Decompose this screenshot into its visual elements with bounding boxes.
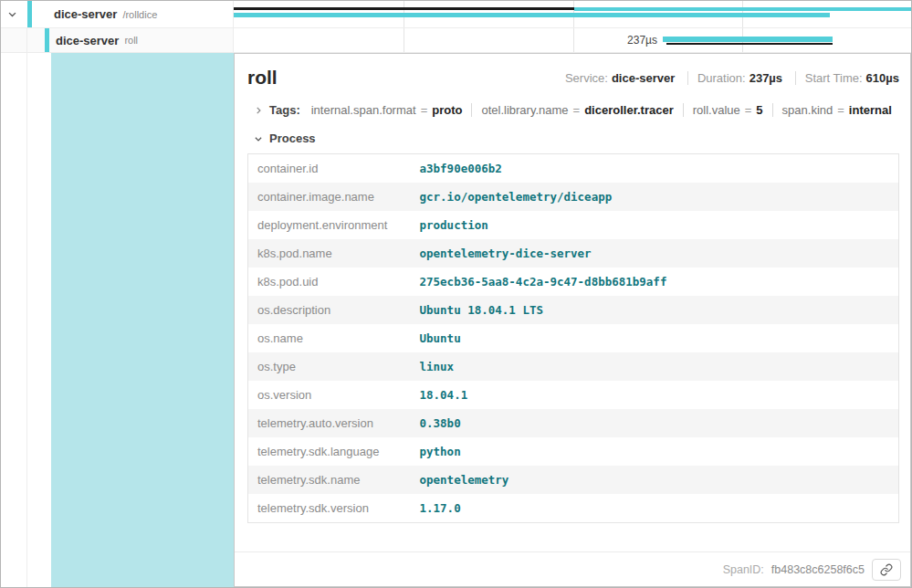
tag-key: roll.value <box>693 103 740 117</box>
process-accordion[interactable]: Process <box>247 131 899 145</box>
process-key: os.name <box>248 324 411 352</box>
operation-name: roll <box>124 35 138 46</box>
summary-item: Start Time:610µs <box>795 71 899 85</box>
summary-value: 610µs <box>866 71 899 85</box>
link-icon <box>880 563 893 576</box>
span-name-cell: dice-server /rolldice <box>1 1 234 27</box>
tags-list: internal.span.format=proto otel.library.… <box>302 103 901 117</box>
process-table-row: os.type linux <box>248 352 899 381</box>
span-bar-rolldice[interactable] <box>234 13 830 17</box>
process-value: Ubuntu 18.04.1 LTS <box>411 296 899 324</box>
process-value: production <box>411 211 899 239</box>
detail-footer: SpanID: fb483c8c6258f6c5 <box>235 551 910 586</box>
tag-equals: = <box>421 103 428 117</box>
span-title: roll <box>247 67 278 89</box>
process-key: os.description <box>248 296 411 324</box>
chevron-down-icon[interactable] <box>7 9 17 19</box>
tag-value: 5 <box>756 103 762 117</box>
tag-value: internal <box>849 103 892 117</box>
process-table-row: container.id a3bf90e006b2 <box>248 154 899 184</box>
process-value: opentelemetry <box>411 466 899 494</box>
summary-item: Service:dice-server <box>565 71 675 85</box>
process-key: k8s.pod.name <box>248 239 411 268</box>
tag-item: span.kind=internal <box>772 103 901 117</box>
span-row-roll[interactable]: dice-server roll 237µs <box>1 28 911 53</box>
tag-value: proto <box>432 103 462 117</box>
process-table-row: telemetry.auto.version 0.38b0 <box>248 409 899 437</box>
service-color-bar <box>45 28 49 52</box>
service-color-bar <box>27 1 32 27</box>
indent-guide <box>26 28 27 587</box>
summary-value: dice-server <box>612 71 675 85</box>
span-bar-underline <box>666 43 833 45</box>
process-value: 1.17.0 <box>411 494 899 523</box>
minimap-dark-bar <box>234 7 574 10</box>
summary-label: Duration: <box>697 71 746 85</box>
tag-equals: = <box>745 103 752 117</box>
process-value: opentelemetry-dice-server <box>411 239 899 268</box>
summary-value: 237µs <box>750 71 782 85</box>
process-value: 18.04.1 <box>411 381 899 409</box>
span-bars-cell <box>234 1 912 27</box>
process-key: telemetry.sdk.language <box>248 437 411 466</box>
spanid-value: fb483c8c6258f6c5 <box>771 563 865 576</box>
process-table-row: os.name Ubuntu <box>248 324 899 352</box>
process-table-row: k8s.pod.uid 275ecb36-5aa8-4c2a-9c47-d8bb… <box>248 268 899 296</box>
copy-link-button[interactable] <box>872 559 901 581</box>
process-label: Process <box>269 131 316 145</box>
process-table-row: deployment.environment production <box>248 211 899 239</box>
process-value: 0.38b0 <box>411 409 899 437</box>
process-key: telemetry.sdk.name <box>248 466 411 494</box>
process-table-row: container.image.name gcr.io/opentelemetr… <box>248 183 899 211</box>
tag-value: diceroller.tracer <box>584 103 674 117</box>
tag-key: span.kind <box>782 103 833 117</box>
process-key: telemetry.sdk.version <box>248 494 411 523</box>
process-key: deployment.environment <box>248 211 411 239</box>
span-row-rolldice[interactable]: dice-server /rolldice <box>1 1 911 28</box>
process-table-row: os.description Ubuntu 18.04.1 LTS <box>248 296 899 324</box>
process-table-row: telemetry.sdk.language python <box>248 437 899 466</box>
tag-equals: = <box>573 103 581 117</box>
process-key: container.image.name <box>248 183 411 211</box>
tag-equals: = <box>837 103 844 117</box>
tags-label: Tags: <box>269 103 300 117</box>
operation-name: /rolldice <box>122 9 157 20</box>
process-key: telemetry.auto.version <box>248 409 411 437</box>
span-name-cell: dice-server roll <box>1 28 234 52</box>
process-value: python <box>411 437 899 466</box>
process-key: container.id <box>248 154 411 184</box>
service-name: dice-server <box>56 34 119 47</box>
tag-key: internal.span.format <box>311 103 416 117</box>
process-table-body: container.id a3bf90e006b2 container.imag… <box>248 154 899 523</box>
process-key: k8s.pod.uid <box>248 268 411 296</box>
process-table: container.id a3bf90e006b2 container.imag… <box>247 153 899 523</box>
process-value: linux <box>411 352 899 381</box>
chevron-down-icon <box>254 134 263 143</box>
process-table-row: os.version 18.04.1 <box>248 381 899 409</box>
process-key: os.version <box>248 381 411 409</box>
span-detail-panel: roll Service:dice-server Duration:237µs … <box>234 53 911 587</box>
tag-item: otel.library.name=diceroller.tracer <box>471 103 682 117</box>
tags-accordion[interactable]: Tags: internal.span.format=proto otel.li… <box>247 103 899 117</box>
summary-item: Duration:237µs <box>687 71 782 85</box>
process-value: gcr.io/opentelemetry/diceapp <box>411 183 899 211</box>
minimap-teal-bar <box>574 7 912 11</box>
detail-header: roll Service:dice-server Duration:237µs … <box>235 54 910 89</box>
span-bar-roll[interactable] <box>663 37 833 42</box>
tag-key: otel.library.name <box>481 103 568 117</box>
chevron-right-icon <box>254 106 263 115</box>
process-value: a3bf90e006b2 <box>411 154 899 184</box>
process-table-row: telemetry.sdk.version 1.17.0 <box>248 494 899 523</box>
process-value: 275ecb36-5aa8-4c2a-9c47-d8bb681b9aff <box>411 268 899 296</box>
service-name: dice-server <box>54 7 117 21</box>
process-value: Ubuntu <box>411 324 899 352</box>
summary-label: Service: <box>565 71 608 85</box>
summary-label: Start Time: <box>805 71 863 85</box>
jaeger-trace-timeline-view: dice-server /rolldice dice-server roll 2… <box>0 0 912 588</box>
tag-item: roll.value=5 <box>683 103 772 117</box>
selected-span-highlight <box>51 53 234 587</box>
spanid-label: SpanID: <box>723 563 764 576</box>
span-duration-label: 237µs <box>566 34 657 47</box>
tag-item: internal.span.format=proto <box>302 103 472 117</box>
process-table-row: k8s.pod.name opentelemetry-dice-server <box>248 239 899 268</box>
